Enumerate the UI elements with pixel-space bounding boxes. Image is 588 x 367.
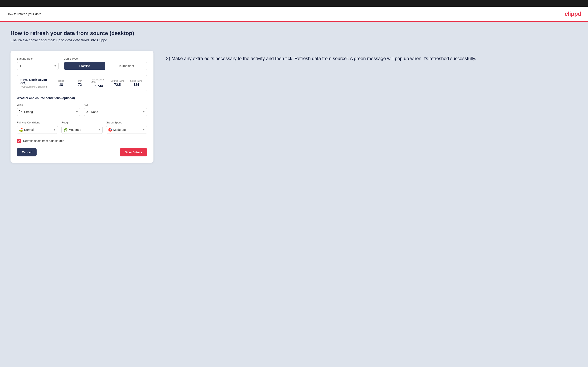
refresh-checkbox[interactable] (17, 139, 21, 143)
form-actions: Cancel Save Details (17, 148, 147, 156)
starting-hole-select[interactable]: 1 (17, 62, 59, 70)
yards-stat: Yards/White (M)) 6,744 (91, 78, 106, 88)
course-rating-stat: Course rating 72.5 (110, 80, 125, 87)
starting-hole-label: Starting Hole (17, 57, 59, 60)
yards-label: Yards/White (M)) (91, 78, 106, 83)
rough-group: Rough 🌿 Moderate ▼ (61, 121, 103, 134)
game-type-label: Game Type (64, 57, 147, 60)
conditions-section-label: Weather and course conditions (optional) (17, 96, 147, 100)
slope-rating-label: Slope rating (130, 80, 143, 82)
top-bar (0, 0, 588, 7)
game-type-group: Game Type Practice Tournament (64, 57, 147, 70)
green-speed-select[interactable]: Moderate (106, 126, 147, 134)
green-speed-group: Green Speed 🎯 Moderate ▼ (106, 121, 147, 134)
fairway-select-wrapper: ⛳ Normal ▼ (17, 126, 58, 134)
course-name: Royal North Devon GC, (20, 78, 50, 85)
green-speed-label: Green Speed (106, 121, 147, 124)
page-subtitle: Ensure the correct and most up to date d… (10, 38, 578, 42)
course-rating-value: 72.5 (114, 83, 121, 87)
wind-select[interactable]: Strong (17, 108, 80, 116)
top-form-row: Starting Hole 1 ▼ Game Type Practice Tou… (17, 57, 147, 70)
rain-select-wrapper: ☀ None ▼ (84, 108, 147, 116)
course-info-row: Royal North Devon GC, Westward Ho!, Engl… (17, 75, 147, 91)
rough-select-wrapper: 🌿 Moderate ▼ (61, 126, 103, 134)
par-value: 72 (78, 83, 82, 87)
course-rating-label: Course rating (111, 80, 124, 82)
content-area: Starting Hole 1 ▼ Game Type Practice Tou… (10, 51, 578, 163)
header: How to refresh your data clippd (0, 7, 588, 22)
fairway-select[interactable]: Normal (17, 126, 58, 134)
fairway-label: Fairway Conditions (17, 121, 58, 124)
rough-select[interactable]: Moderate (61, 126, 103, 134)
refresh-checkbox-label: Refresh shots from data source (23, 139, 64, 142)
course-name-block: Royal North Devon GC, Westward Ho!, Engl… (20, 78, 50, 88)
slope-rating-value: 134 (133, 83, 139, 87)
wind-select-wrapper: 🌬 Strong ▼ (17, 108, 80, 116)
conditions-bottom-grid: Fairway Conditions ⛳ Normal ▼ Rough (17, 121, 147, 134)
cancel-button[interactable]: Cancel (17, 148, 37, 156)
practice-button[interactable]: Practice (64, 62, 105, 70)
par-label: Par (78, 80, 82, 82)
logo: clippd (565, 10, 581, 17)
main-content: How to refresh your data from source (de… (0, 22, 588, 363)
instruction-text: 3) Make any extra edits necessary to the… (166, 55, 578, 62)
green-speed-select-wrapper: 🎯 Moderate ▼ (106, 126, 147, 134)
save-details-button[interactable]: Save Details (120, 148, 147, 156)
yards-value: 6,744 (94, 84, 103, 88)
rain-select[interactable]: None (84, 108, 147, 116)
header-title: How to refresh your data (7, 12, 41, 16)
holes-value: 18 (59, 83, 63, 87)
side-instructions: 3) Make any extra edits necessary to the… (166, 51, 578, 62)
holes-label: Holes (58, 80, 64, 82)
checkmark-icon (18, 140, 20, 142)
rain-label: Rain (84, 103, 147, 106)
holes-stat: Holes 18 (54, 80, 68, 87)
tournament-button[interactable]: Tournament (105, 62, 147, 70)
page-title: How to refresh your data from source (de… (10, 30, 578, 37)
starting-hole-group: Starting Hole 1 ▼ (17, 57, 59, 70)
par-stat: Par 72 (72, 80, 87, 87)
footer: Copyright Clippd 2022 (0, 363, 588, 367)
game-type-toggle: Practice Tournament (64, 62, 147, 70)
refresh-checkbox-row: Refresh shots from data source (17, 139, 147, 143)
course-location: Westward Ho!, England (20, 85, 50, 88)
wind-label: Wind (17, 103, 80, 106)
rough-label: Rough (61, 121, 103, 124)
fairway-group: Fairway Conditions ⛳ Normal ▼ (17, 121, 58, 134)
rain-group: Rain ☀ None ▼ (84, 103, 147, 116)
form-card: Starting Hole 1 ▼ Game Type Practice Tou… (10, 51, 154, 163)
slope-rating-stat: Slope rating 134 (129, 80, 144, 87)
conditions-top-grid: Wind 🌬 Strong ▼ Rain (17, 103, 147, 116)
starting-hole-select-wrapper: 1 ▼ (17, 62, 59, 70)
wind-group: Wind 🌬 Strong ▼ (17, 103, 80, 116)
